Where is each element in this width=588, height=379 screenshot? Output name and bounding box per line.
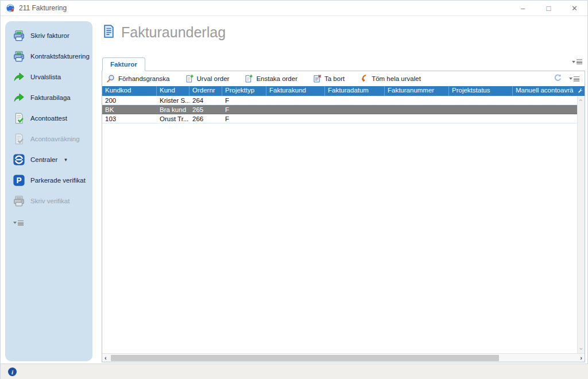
printer-icon [13, 50, 25, 63]
sidebar-items: Skriv fakturorKontraktsfaktureringUrvals… [5, 25, 92, 211]
status-bar: i [1, 363, 588, 379]
toolbar-button-ta-bort[interactable]: Ta bort [312, 74, 345, 83]
toolbar-button-label: Töm hela urvalet [372, 75, 421, 82]
table-cell: 266 [189, 115, 222, 122]
centraler-icon [13, 153, 25, 166]
table-row[interactable]: 200Krister S...264F [102, 96, 577, 105]
table-cell: Orust Tr... [157, 115, 189, 122]
horizontal-scrollbar[interactable]: ‹ › [102, 353, 585, 362]
scroll-right-icon[interactable]: › [580, 354, 582, 361]
column-header-ordernr[interactable]: Ordernr [189, 86, 222, 96]
sidebar-item-skriv-fakturor[interactable]: Skriv fakturor [5, 25, 92, 46]
dropdown-menu-icon[interactable] [13, 221, 24, 226]
toolbar-button-label: Urval order [197, 75, 230, 82]
page-title: Fakturaunderlag [121, 24, 226, 41]
chevron-down-icon: ▾ [64, 157, 67, 163]
sidebar-item-acontoavr-kning: Acontoavräkning [5, 129, 92, 149]
scroll-up-icon[interactable]: ‹ [578, 99, 585, 101]
horizontal-scroll-thumb[interactable] [111, 355, 499, 361]
table-cell: 200 [102, 97, 157, 104]
sidebar-item-label: Parkerade verifikat [30, 177, 86, 184]
toolbar-button-f-rhandsgranska[interactable]: Förhandsgranska [106, 74, 170, 83]
sidebar-footer [13, 216, 92, 226]
toolbar-button-t-m-hela-urvalet[interactable]: Töm hela urvalet [359, 74, 421, 83]
column-header-projekttyp[interactable]: Projekttyp [222, 86, 266, 96]
page-header: Fakturaunderlag [102, 24, 226, 41]
main-area: Fakturaunderlag Fakturor Förhandsgranska… [102, 21, 585, 362]
table-cell: BK [102, 106, 157, 113]
table-cell: 103 [102, 115, 157, 122]
doc-delete-icon [312, 74, 322, 83]
close-button[interactable]: ✕ [562, 1, 587, 16]
sidebar-item-label: Urvalslista [30, 74, 61, 80]
doc-add-icon [185, 74, 194, 83]
sidebar-item-label: Acontoavräkning [30, 136, 80, 142]
sidebar-item-fakturabilaga[interactable]: Fakturabilaga [5, 87, 92, 108]
sidebar-item-label: Acontoattest [30, 115, 67, 122]
title-bar: 211 Fakturering – □ ✕ [1, 1, 587, 16]
clear-arrow-icon [359, 74, 369, 83]
toolbar-right [554, 74, 585, 84]
doc-check-icon [13, 112, 25, 125]
column-header-kund[interactable]: Kund [157, 86, 189, 96]
table-cell: Bra kund [157, 106, 189, 113]
parked-p-icon: P [13, 174, 25, 187]
toolbar-button-enstaka-order[interactable]: Enstaka order [244, 74, 297, 83]
sidebar-item-label: Skriv verifikat [30, 198, 69, 204]
column-header-fakturakund[interactable]: Fakturakund [266, 86, 325, 96]
svg-text:P: P [16, 176, 21, 185]
toolbar: FörhandsgranskaUrval orderEnstaka orderT… [102, 71, 585, 86]
doc-check-icon [13, 133, 25, 145]
column-header-fakturadatum[interactable]: Fakturadatum [325, 86, 385, 96]
printer-icon [13, 195, 25, 207]
scroll-left-icon[interactable]: ‹ [105, 354, 107, 361]
tab-fakturor[interactable]: Fakturor [102, 57, 145, 71]
table-row[interactable]: 103Orust Tr...266F [102, 114, 577, 123]
column-header-fakturanummer[interactable]: Fakturanummer [385, 86, 449, 96]
scroll-down-icon[interactable]: ‹ [578, 348, 585, 350]
green-arrow-icon [13, 91, 25, 104]
info-icon[interactable]: i [8, 368, 17, 376]
magnifier-icon [106, 74, 115, 83]
sidebar-item-centraler[interactable]: Centraler▾ [5, 149, 92, 170]
sidebar-item-urvalslista[interactable]: Urvalslista [5, 67, 92, 87]
table-cell: F [222, 106, 266, 113]
toolbar-button-label: Förhandsgranska [118, 75, 170, 82]
grid-dropdown-menu-icon[interactable] [569, 76, 579, 82]
column-header-projektstatus[interactable]: Projektstatus [449, 86, 513, 96]
refresh-icon[interactable] [554, 74, 562, 84]
minimize-button[interactable]: – [510, 1, 536, 16]
table-cell: 264 [189, 97, 222, 104]
table-body: 200Krister S...264FBKBra kund265F103Orus… [102, 96, 585, 353]
sidebar-item-acontoattest[interactable]: Acontoattest [5, 108, 92, 129]
content-panel: FörhandsgranskaUrval orderEnstaka orderT… [102, 71, 585, 362]
toolbar-button-label: Enstaka order [256, 75, 297, 82]
toolbar-button-urval-order[interactable]: Urval order [185, 74, 230, 83]
table-cell: Krister S... [157, 97, 189, 104]
table-row[interactable]: BKBra kund265F [102, 105, 577, 114]
sidebar-item-parkerade-verifikat[interactable]: PParkerade verifikat [5, 170, 92, 191]
sidebar-item-label: Kontraktsfakturering [30, 53, 90, 60]
window-title: 211 Fakturering [19, 4, 67, 12]
sidebar-item-label: Skriv fakturor [30, 32, 69, 39]
column-chooser-wrench-icon[interactable] [578, 88, 583, 95]
page-dropdown-menu-icon[interactable] [572, 59, 582, 64]
table-cell: F [222, 97, 266, 104]
sidebar-item-kontraktsfakturering[interactable]: Kontraktsfakturering [5, 46, 92, 67]
table-cell: F [222, 115, 266, 122]
table-header: KundkodKundOrdernrProjekttypFakturakundF… [102, 86, 585, 96]
table-cell: 265 [189, 106, 222, 113]
document-icon [102, 24, 116, 41]
sidebar-item-label: Fakturabilaga [30, 94, 71, 101]
window-controls: – □ ✕ [510, 1, 587, 16]
tab-label: Fakturor [110, 61, 137, 68]
vertical-scrollbar[interactable]: ‹ ‹ [577, 96, 585, 353]
column-header-manuell-acontoavr[interactable]: Manuell acontoavrä [513, 86, 585, 96]
doc-add-icon [244, 74, 253, 83]
toolbar-button-label: Ta bort [324, 75, 345, 82]
column-header-kundkod[interactable]: Kundkod [102, 86, 157, 96]
app-window: 211 Fakturering – □ ✕ Skriv fakturorKont… [0, 0, 588, 379]
sidebar-item-label: Centraler [30, 156, 57, 163]
sidebar-item-skriv-verifikat: Skriv verifikat [5, 191, 92, 211]
maximize-button[interactable]: □ [536, 1, 562, 16]
